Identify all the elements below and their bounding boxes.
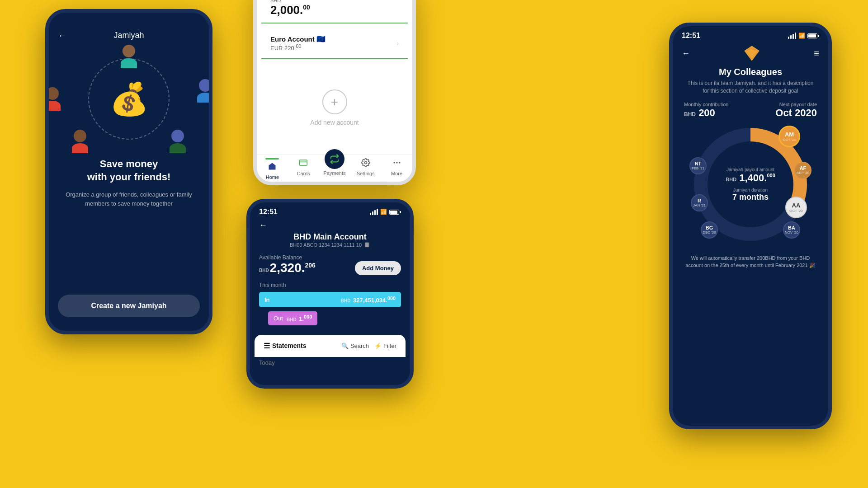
phone4-topbar: ← ≡ <box>673 40 828 67</box>
filter-button[interactable]: ⚡ Filter <box>374 343 396 349</box>
phone3-bhd-account: 12:51 📶 ← BHD Main Account BH00 ABCO 123… <box>246 199 414 389</box>
signal-icon <box>788 33 796 39</box>
nav-settings[interactable]: Settings <box>350 158 381 180</box>
cards-icon <box>299 158 308 169</box>
settings-icon <box>361 158 370 169</box>
add-account-label: Add new account <box>310 119 359 126</box>
euro-flag: 🇪🇺 <box>316 35 326 43</box>
today-label: Today <box>250 357 410 368</box>
wifi-icon: 📶 <box>380 209 387 215</box>
filter-icon: ⚡ <box>374 343 382 349</box>
this-month-label: This month <box>250 280 410 291</box>
avatar-person-bottom-right <box>170 130 186 153</box>
balance-section: Available Balance BHD2,320.206 Add Money <box>250 252 410 280</box>
nav-payments[interactable]: Payments <box>319 158 350 180</box>
phone3-back-button[interactable]: ← <box>259 221 267 230</box>
donut-chart: AM OCT '20 NT FEB '21 AF SEP '20 Jamiyah… <box>687 121 814 248</box>
phone4-status-icons: 📶 <box>788 33 819 39</box>
menu-icon[interactable]: ≡ <box>814 48 819 59</box>
balance-label: Available Balance <box>259 254 401 261</box>
phone4-colleagues: 12:51 📶 ← ≡ My Colleagues This <box>669 23 832 429</box>
colleagues-title: My Colleagues <box>673 67 828 77</box>
phone1-title: Jamiyah <box>113 31 144 40</box>
avatar-r: R JAN '21 <box>691 194 708 211</box>
in-bar: In BHD 327,451,034.000 <box>259 292 401 307</box>
status-bar: 12:51 📶 <box>250 202 410 216</box>
bhd-balance: 2,000.00 <box>270 3 399 17</box>
payments-nav-label: Payments <box>324 170 346 176</box>
phone4-back-button[interactable]: ← <box>682 49 690 58</box>
phone4-footer-text: We will automatically transfer 200BHD fr… <box>673 248 828 276</box>
avatar-person-left <box>45 87 61 111</box>
next-payout-value: Oct 2020 <box>775 107 817 119</box>
out-label: Out <box>274 315 283 322</box>
avatar-nt: NT FEB '21 <box>689 157 707 174</box>
search-icon: 🔍 <box>341 343 349 349</box>
phone4-status-bar: 12:51 📶 <box>673 26 828 40</box>
avatar-aa: AA OCT '20 <box>785 197 807 218</box>
out-bar: Out BHD 1.000 <box>268 311 317 325</box>
contribution-row: Monthly contribution BHD 200 Next payout… <box>673 97 828 121</box>
settings-nav-label: Settings <box>357 171 375 176</box>
out-amount: BHD 1.000 <box>287 314 312 322</box>
nav-cards[interactable]: Cards <box>288 158 319 180</box>
statements-label[interactable]: ☰ Statements <box>264 342 306 350</box>
svg-point-3 <box>393 162 395 163</box>
phone1-notch <box>102 13 156 25</box>
avatar-am: AM OCT '20 <box>778 126 800 147</box>
phone3-time: 12:51 <box>259 208 278 216</box>
statements-section: ☰ Statements 🔍 Search ⚡ Filter <box>255 335 406 357</box>
copy-icon[interactable]: 📋 <box>364 242 370 248</box>
add-account-section[interactable]: + Add new account <box>257 61 412 154</box>
avatar-bg: BG DEC '20 <box>701 221 718 239</box>
monthly-contribution-value: BHD 200 <box>684 107 728 119</box>
bhd-account-item[interactable]: BHD 2,000.00 <box>261 0 408 23</box>
search-button[interactable]: 🔍 Search <box>341 343 369 349</box>
phone1-text-section: Save money with your friends! Organize a… <box>58 158 200 208</box>
back-button[interactable]: ← <box>58 30 67 41</box>
phone3-header: ← BHD Main Account BH00 ABCO 1234 1234 1… <box>250 216 410 252</box>
euro-account-item[interactable]: Euro Account 🇪🇺 EUR 220.00 › <box>261 28 408 59</box>
svg-point-2 <box>364 162 367 164</box>
colleagues-subtitle: This is our ila team Jamiyah. and it has… <box>673 77 828 97</box>
svg-rect-0 <box>300 160 307 165</box>
next-payout-label: Next payout date <box>775 102 817 107</box>
avatar-ba: BA NOV '20 <box>783 221 800 239</box>
nav-more[interactable]: More <box>381 158 412 180</box>
nav-home[interactable]: Home <box>257 158 288 180</box>
phone4-time: 12:51 <box>682 32 700 40</box>
phone3-account-title: BHD Main Account <box>293 232 366 242</box>
wifi-icon: 📶 <box>798 33 805 39</box>
payout-amount: BHD 1,400.000 <box>726 172 775 183</box>
avatar-person-top <box>121 45 137 68</box>
bhd-currency-label: BHD <box>270 0 399 3</box>
phone1-subtext: Organize a group of friends, colleagues … <box>58 190 200 208</box>
phone1-headline: Save money with your friends! <box>58 158 200 183</box>
filter-row: 🔍 Search ⚡ Filter <box>341 343 396 349</box>
payments-circle <box>325 149 344 169</box>
add-circle-icon: + <box>322 89 347 114</box>
home-nav-label: Home <box>266 174 279 180</box>
euro-balance: EUR 220.00 <box>270 43 326 52</box>
illustration: 💰 <box>58 49 200 149</box>
more-nav-label: More <box>391 171 402 176</box>
signal-icon <box>370 209 378 215</box>
iban-text: BH00 ABCO 1234 1234 1111 10 📋 <box>290 242 370 248</box>
euro-account-name: Euro Account 🇪🇺 <box>270 35 326 43</box>
monthly-contribution-label: Monthly contribution <box>684 102 728 107</box>
more-icon <box>392 158 401 169</box>
svg-point-4 <box>396 162 397 163</box>
avatar-person-bottom-left <box>72 130 88 153</box>
avatar-person-right <box>197 79 212 103</box>
status-icons: 📶 <box>370 209 401 215</box>
diamond-icon <box>743 44 761 62</box>
balance-amount: BHD2,320.206 <box>259 261 316 275</box>
add-money-button[interactable]: Add Money <box>355 261 401 275</box>
money-bag-illustration: 💰 <box>109 80 149 117</box>
cards-nav-label: Cards <box>297 171 310 176</box>
battery-icon <box>807 33 819 38</box>
create-jamiyah-button[interactable]: Create a new Jamiyah <box>58 295 200 317</box>
chevron-right-icon: › <box>396 40 399 47</box>
in-amount: BHD 327,451,034.000 <box>341 296 396 304</box>
avatar-af: AF SEP '20 <box>794 162 811 179</box>
